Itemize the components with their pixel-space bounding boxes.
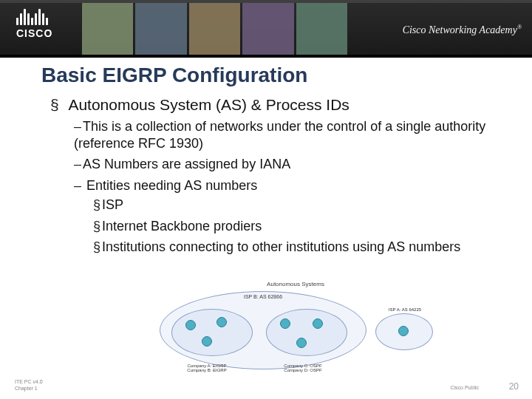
sub3-backbone: Internet Backbone prodiers: [93, 218, 507, 235]
bullet-list-level2: This is a collection of networks under t…: [50, 118, 507, 256]
top-banner: CISCO Cisco Networking Academy®: [0, 0, 532, 55]
label-isp-a: ISP A: AS 64225: [377, 307, 433, 312]
banner-person-image: [81, 3, 133, 55]
labelA-line2: Company B: EIGRP: [177, 368, 236, 372]
label-company-c: Company C: OSPF Company D: OSPF: [273, 364, 332, 372]
banner-person-image: [188, 3, 240, 55]
trademark-icon: ®: [517, 24, 522, 30]
router-icon: [216, 317, 227, 327]
page-number: 20: [509, 381, 519, 392]
banner-photo-strip: [81, 3, 347, 55]
academy-text: Cisco Networking Academy: [403, 24, 517, 35]
footer-classification: Cisco Public: [450, 385, 479, 390]
footer-chapter: Chapter 1: [15, 386, 43, 392]
cisco-logo-text: CISCO: [16, 28, 52, 38]
sub-bullet-entities: Entities needing AS numbers ISP Internet…: [74, 177, 507, 256]
bullet-list-level3: ISP Internet Backbone prodiers Instituti…: [74, 197, 507, 256]
router-icon: [280, 318, 290, 329]
banner-person-image: [134, 3, 186, 55]
sub3-isp: ISP: [93, 197, 507, 214]
sub3-institutions: Institutions connecting to other institu…: [93, 239, 507, 256]
oval-company-a: [171, 309, 253, 356]
router-icon: [313, 318, 323, 329]
slide-content: Basic EIGRP Configuration Autonomous Sys…: [0, 58, 532, 256]
router-icon: [398, 326, 409, 336]
oval-company-c: [266, 309, 347, 356]
sub-bullet-iana: AS Numbers are assigned by IANA: [74, 156, 507, 173]
sub3-text: Entities needing AS numbers: [86, 178, 257, 193]
bullet-autonomous-system: Autonomous System (AS) & Process IDs Thi…: [50, 96, 507, 256]
banner-person-image: [296, 3, 347, 55]
autonomous-systems-diagram: Autonomous Systems ISP B: AS 62866 Compa…: [155, 281, 436, 377]
academy-label: Cisco Networking Academy®: [403, 24, 522, 36]
cisco-logo: CISCO: [16, 7, 52, 38]
diagram-title: Autonomous Systems: [267, 281, 324, 287]
bullet-list-level1: Autonomous System (AS) & Process IDs Thi…: [41, 96, 507, 256]
slide-title: Basic EIGRP Configuration: [41, 64, 507, 87]
router-icon: [185, 320, 196, 330]
router-icon: [296, 338, 307, 348]
sub-bullet-collection: This is a collection of networks under t…: [74, 118, 507, 151]
bullet1-text: Autonomous System (AS) & Process IDs: [68, 96, 349, 113]
oval-isp-a: [375, 313, 433, 350]
cisco-logo-bars-icon: [16, 7, 52, 25]
router-icon: [202, 336, 212, 347]
label-company-a: Company A: EIGRP Company B: EIGRP: [177, 364, 236, 372]
banner-person-image: [242, 3, 293, 55]
slide-footer: ITE PC v4.0 Chapter 1 Cisco Public 20: [0, 375, 532, 393]
footer-left: ITE PC v4.0 Chapter 1: [15, 379, 43, 392]
labelC-line2: Company D: OSPF: [273, 368, 332, 372]
big-oval-label: ISP B: AS 62866: [244, 294, 282, 299]
footer-course: ITE PC v4.0: [15, 379, 43, 385]
